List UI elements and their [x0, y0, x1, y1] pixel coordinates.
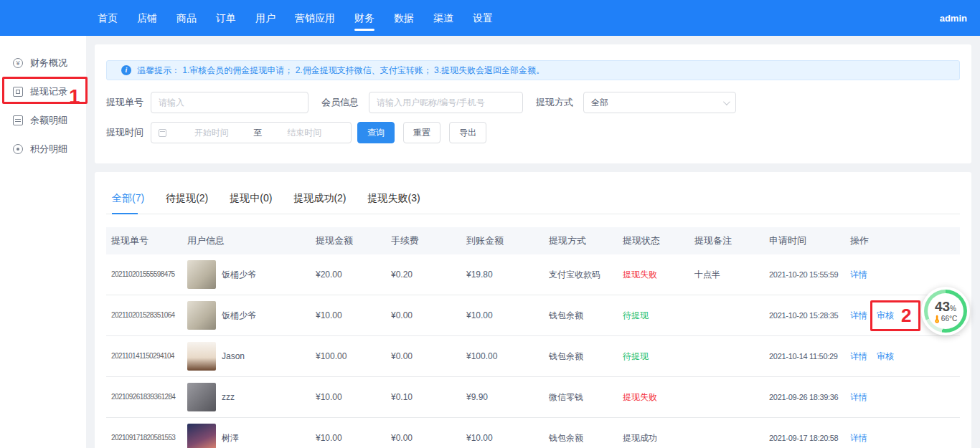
chevron-down-icon	[723, 98, 730, 105]
yen-circle-icon: ¥	[13, 58, 23, 68]
fee: ¥0.00	[386, 351, 461, 361]
order-no: 202109261839361284	[106, 390, 182, 404]
table-row: 202110141150294104 Jason ¥100.00 ¥0.00 ¥…	[106, 336, 960, 377]
col-header-actions: 操作	[845, 234, 960, 247]
order-no: 202110201555598475	[106, 267, 182, 282]
detail-link[interactable]: 详情	[850, 351, 867, 361]
table-row: 202109171820581553 树澤 ¥10.00 ¥0.00 ¥10.0…	[106, 418, 960, 448]
order-no-input[interactable]	[151, 92, 308, 113]
nav-item-goods[interactable]: 商品	[176, 0, 197, 36]
order-no-label: 提现单号	[106, 96, 151, 109]
col-header-remark: 提现备注	[689, 234, 764, 247]
avatar	[187, 383, 216, 411]
apply-time: 2021-10-14 11:50:29	[764, 349, 845, 363]
date-range-input[interactable]: 开始时间 至 结束时间	[151, 122, 352, 143]
tab-processing[interactable]: 提现中(0)	[230, 192, 272, 214]
table-header-row: 提现单号 用户信息 提现金额 手续费 到账金额 提现方式 提现状态 提现备注 申…	[106, 227, 960, 254]
status-badge: 提现成功	[623, 433, 657, 443]
tab-failed[interactable]: 提现失败(3)	[368, 192, 420, 214]
table-row: 202110201528351064 饭桶少爷 ¥10.00 ¥0.00 ¥10…	[106, 295, 960, 336]
withdraw-method-label: 提现方式	[536, 96, 573, 109]
withdraw-method: 支付宝收款码	[544, 269, 618, 281]
avatar	[187, 342, 216, 371]
order-no: 202110201528351064	[106, 308, 182, 323]
annotation-label-2: 2	[901, 306, 911, 325]
avatar	[187, 424, 216, 448]
fee: ¥0.00	[386, 433, 461, 443]
fee: ¥0.10	[386, 392, 461, 402]
tab-pending[interactable]: 待提现(2)	[166, 192, 208, 214]
detail-link[interactable]: 详情	[850, 433, 867, 443]
end-time-placeholder[interactable]: 结束时间	[265, 127, 344, 139]
withdraw-method-select[interactable]: 全部	[583, 92, 736, 113]
sidebar-item-label: 财务概况	[30, 57, 67, 70]
withdraw-amount: ¥100.00	[311, 351, 386, 361]
withdraw-method: 钱包余额	[544, 310, 618, 322]
nav-item-users[interactable]: 用户	[255, 0, 275, 36]
col-header-status: 提现状态	[618, 234, 689, 247]
nav-item-finance[interactable]: 财务	[354, 0, 374, 36]
user-nickname: Jason	[222, 351, 245, 361]
search-button[interactable]: 查询	[357, 122, 395, 143]
start-time-placeholder[interactable]: 开始时间	[172, 127, 251, 139]
sidebar-item-points-details[interactable]: 积分明细	[0, 135, 86, 163]
detail-link[interactable]: 详情	[850, 310, 867, 320]
fee: ¥0.20	[386, 270, 461, 280]
fee: ¥0.00	[386, 310, 461, 320]
user-info: zzz	[182, 383, 311, 411]
withdraw-amount: ¥10.00	[311, 433, 386, 443]
avatar	[187, 260, 216, 289]
withdraw-time-label: 提现时间	[106, 126, 151, 139]
nav-item-marketing[interactable]: 营销应用	[295, 0, 335, 36]
tab-all[interactable]: 全部(7)	[112, 192, 144, 214]
status-tabs: 全部(7) 待提现(2) 提现中(0) 提现成功(2) 提现失败(3)	[106, 192, 960, 214]
withdraw-amount: ¥20.00	[311, 270, 386, 280]
apply-time: 2021-09-17 18:20:58	[764, 431, 845, 445]
audit-link[interactable]: 审核	[877, 351, 894, 361]
received-amount: ¥19.80	[461, 270, 544, 280]
apply-time: 2021-10-20 15:28:35	[764, 308, 845, 323]
col-header-amount: 提现金额	[311, 234, 386, 247]
user-info: 树澤	[182, 424, 311, 448]
annotation-box-2	[870, 300, 920, 331]
status-badge: 待提现	[623, 351, 649, 361]
withdraw-amount: ¥10.00	[311, 310, 386, 320]
withdraw-table: 提现单号 用户信息 提现金额 手续费 到账金额 提现方式 提现状态 提现备注 申…	[106, 227, 960, 448]
thermometer-icon	[934, 315, 940, 323]
filter-row-2: 提现时间 开始时间 至 结束时间 查询 重置 导出	[106, 122, 960, 143]
filter-row-1: 提现单号 会员信息 提现方式 全部	[106, 92, 960, 113]
user-nickname: 饭桶少爷	[222, 310, 256, 322]
user-nickname: 树澤	[222, 432, 239, 444]
member-info-input[interactable]	[369, 92, 523, 113]
tab-success[interactable]: 提现成功(2)	[293, 192, 346, 214]
nav-item-home[interactable]: 首页	[98, 0, 118, 36]
col-header-apply-time: 申请时间	[764, 234, 845, 247]
sidebar-item-balance-details[interactable]: 余额明细	[0, 106, 86, 135]
remark: 十点半	[689, 269, 764, 281]
nav-item-channel[interactable]: 渠道	[433, 0, 453, 36]
nav-item-data[interactable]: 数据	[394, 0, 414, 36]
reset-button[interactable]: 重置	[403, 122, 440, 143]
user-nickname: 饭桶少爷	[222, 269, 256, 281]
user-menu[interactable]: admin	[940, 13, 967, 24]
top-navbar: 首页 店铺 商品 订单 用户 营销应用 财务 数据 渠道 设置 admin	[0, 0, 980, 36]
tip-text: 温馨提示： 1.审核会员的佣金提现申请； 2.佣金提现支持微信、支付宝转账； 3…	[137, 65, 545, 77]
detail-link[interactable]: 详情	[850, 392, 867, 402]
detail-link[interactable]: 详情	[850, 270, 867, 280]
withdraw-table-panel: 全部(7) 待提现(2) 提现中(0) 提现成功(2) 提现失败(3) 提现单号…	[95, 172, 971, 448]
balance-list-icon	[13, 115, 23, 125]
export-button[interactable]: 导出	[449, 122, 486, 143]
gauge-temperature: 66°C	[934, 315, 957, 323]
user-info: 饭桶少爷	[182, 301, 311, 330]
member-info-label: 会员信息	[321, 96, 359, 109]
select-value: 全部	[591, 97, 723, 109]
withdraw-method: 钱包余额	[544, 351, 618, 363]
user-nickname: zzz	[222, 392, 235, 402]
col-header-method: 提现方式	[544, 234, 618, 247]
nav-item-shop[interactable]: 店铺	[137, 0, 157, 36]
nav-item-orders[interactable]: 订单	[216, 0, 236, 36]
info-icon: i	[121, 65, 131, 75]
performance-gauge-widget[interactable]: 43% 66°C	[921, 287, 970, 335]
nav-item-settings[interactable]: 设置	[473, 0, 493, 36]
sidebar-item-finance-overview[interactable]: ¥ 财务概况	[0, 49, 86, 77]
